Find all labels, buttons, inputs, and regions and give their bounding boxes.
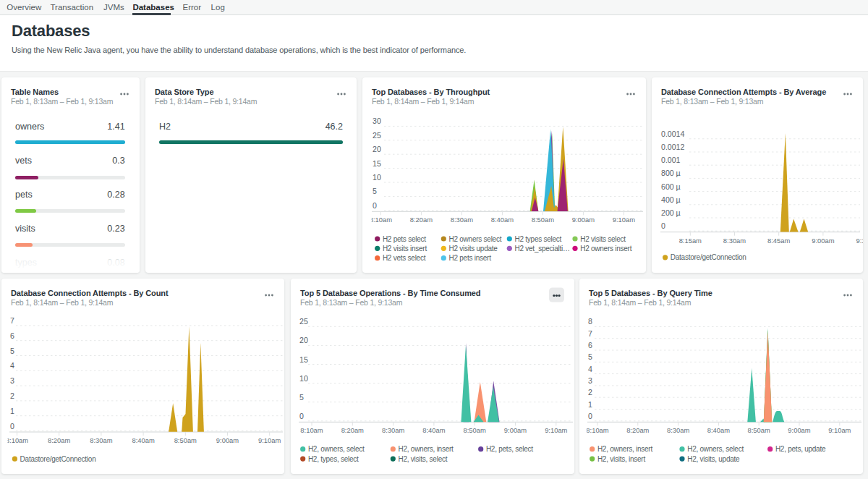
svg-text:7: 7 (10, 316, 14, 325)
svg-text:H2, owners, insert: H2, owners, insert (399, 445, 454, 453)
svg-text:8:10am: 8:10am (586, 426, 608, 434)
svg-text:8:50am: 8:50am (174, 436, 197, 444)
svg-text:1: 1 (10, 407, 14, 415)
svg-text:3: 3 (588, 376, 592, 385)
svg-text:800 µ: 800 µ (661, 169, 681, 177)
svg-text:9:10am: 9:10am (828, 426, 851, 434)
svg-text:8:40am: 8:40am (422, 426, 445, 434)
svg-text:H2 owners select: H2 owners select (449, 235, 502, 243)
svg-text:H2, visits, select: H2, visits, select (399, 455, 448, 463)
svg-text:0: 0 (299, 412, 304, 420)
svg-text:9:00am: 9:00am (572, 216, 595, 224)
svg-text:9:10am: 9:10am (545, 426, 567, 434)
svg-text:6: 6 (588, 341, 592, 349)
svg-text:9:10am: 9:10am (258, 436, 281, 444)
svg-text:8:50am: 8:50am (464, 426, 486, 434)
svg-text:8:10am: 8:10am (300, 426, 323, 434)
svg-text:7: 7 (588, 329, 592, 338)
svg-text:H2 vet_specialti…: H2 vet_specialti… (515, 245, 570, 253)
svg-text:H2 types select: H2 types select (515, 235, 562, 243)
svg-text:H2, owners, insert: H2, owners, insert (597, 445, 653, 453)
svg-text:600 µ: 600 µ (661, 182, 681, 191)
svg-text:8: 8 (588, 317, 592, 326)
svg-text:H2 pets insert: H2 pets insert (449, 254, 492, 262)
svg-text:H2, visits, insert: H2, visits, insert (597, 455, 646, 463)
svg-text:0: 0 (588, 412, 592, 420)
svg-text:20: 20 (299, 336, 308, 344)
svg-text:8:20am: 8:20am (48, 436, 70, 444)
svg-text:0.001: 0.001 (661, 156, 681, 164)
svg-text:10: 10 (373, 173, 381, 182)
svg-text:H2, owners, select: H2, owners, select (687, 445, 744, 453)
svg-text:9:10am: 9:10am (613, 216, 635, 224)
svg-text:H2 owners insert: H2 owners insert (580, 245, 632, 253)
svg-text:0: 0 (661, 221, 665, 230)
svg-text:8:10am: 8:10am (6, 436, 28, 444)
svg-text:8:10am: 8:10am (370, 216, 392, 224)
svg-text:8:50am: 8:50am (532, 216, 554, 224)
svg-text:9:00am: 9:00am (812, 237, 834, 245)
svg-text:8:30am: 8:30am (90, 436, 112, 444)
svg-text:H2, owners, select: H2, owners, select (308, 445, 365, 453)
svg-text:H2, pets, select: H2, pets, select (486, 445, 533, 453)
svg-text:Datastore/getConnection: Datastore/getConnection (671, 253, 746, 261)
svg-text:1: 1 (588, 400, 592, 409)
svg-text:2: 2 (588, 388, 592, 397)
svg-text:8:20am: 8:20am (410, 216, 433, 224)
svg-text:8:40am: 8:40am (707, 426, 730, 434)
svg-text:200 µ: 200 µ (661, 208, 681, 217)
svg-text:H2, types, select: H2, types, select (308, 455, 359, 463)
svg-text:9:00am: 9:00am (216, 436, 239, 444)
svg-text:0: 0 (373, 201, 377, 210)
svg-text:4: 4 (10, 361, 14, 370)
svg-text:8:40am: 8:40am (491, 216, 514, 224)
svg-text:8:30am: 8:30am (382, 426, 404, 434)
svg-text:0.0012: 0.0012 (661, 143, 685, 151)
svg-text:6: 6 (10, 331, 14, 340)
svg-text:15: 15 (373, 159, 381, 168)
svg-text:9:00am: 9:00am (788, 426, 810, 434)
svg-text:8:30am: 8:30am (667, 426, 689, 434)
svg-text:H2 vets select: H2 vets select (383, 254, 426, 262)
svg-text:H2 pets select: H2 pets select (383, 235, 426, 243)
svg-text:25: 25 (299, 317, 308, 326)
svg-text:8:15am: 8:15am (679, 237, 702, 245)
svg-text:H2, pets, update: H2, pets, update (775, 445, 826, 453)
svg-text:H2 visits insert: H2 visits insert (383, 245, 427, 253)
svg-text:8:40am: 8:40am (132, 436, 154, 444)
svg-text:25: 25 (373, 131, 381, 140)
svg-text:5: 5 (373, 187, 377, 195)
svg-text:10: 10 (299, 374, 308, 383)
svg-text:8:20am: 8:20am (341, 426, 364, 434)
svg-text:8:30am: 8:30am (451, 216, 473, 224)
svg-text:5: 5 (588, 352, 592, 361)
svg-text:Datastore/getConnection: Datastore/getConnection (20, 455, 96, 463)
svg-text:3: 3 (10, 376, 14, 385)
svg-text:8:45am: 8:45am (767, 237, 790, 245)
svg-text:30: 30 (373, 116, 381, 125)
svg-text:8:30am: 8:30am (723, 237, 746, 245)
svg-text:H2 visits update: H2 visits update (449, 245, 498, 253)
svg-text:H2, visits, update: H2, visits, update (687, 455, 740, 463)
svg-text:8:50am: 8:50am (748, 426, 770, 434)
svg-text:0.0014: 0.0014 (661, 130, 685, 138)
svg-text:4: 4 (588, 365, 592, 373)
svg-text:15: 15 (299, 355, 308, 364)
svg-text:5: 5 (299, 393, 304, 402)
svg-text:20: 20 (373, 145, 381, 153)
svg-text:0: 0 (10, 422, 14, 431)
svg-text:H2 visits select: H2 visits select (580, 235, 626, 243)
svg-text:9:15am: 9:15am (856, 237, 863, 245)
svg-text:5: 5 (10, 347, 14, 355)
svg-text:8:20am: 8:20am (626, 426, 649, 434)
svg-text:400 µ: 400 µ (661, 195, 681, 204)
svg-text:2: 2 (10, 391, 14, 400)
svg-text:9:00am: 9:00am (504, 426, 527, 434)
